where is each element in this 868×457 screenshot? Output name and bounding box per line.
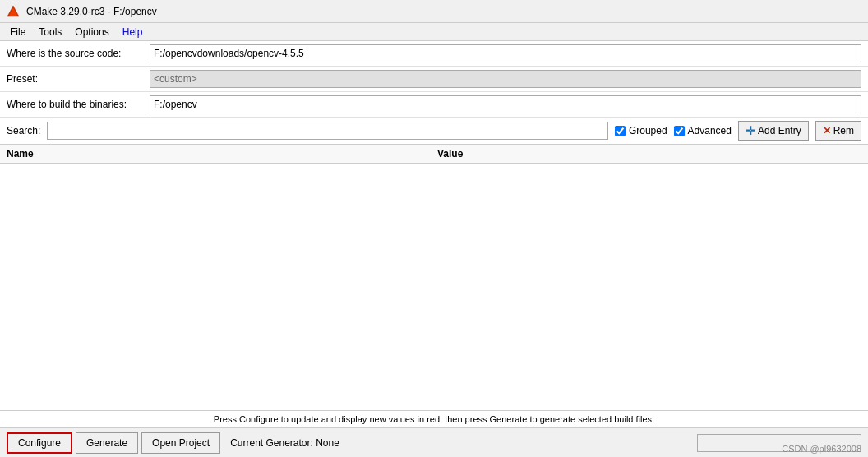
grouped-checkbox-group: Grouped (615, 125, 667, 136)
open-project-label: Open Project (152, 437, 210, 449)
grouped-checkbox[interactable] (615, 126, 626, 136)
menu-help[interactable]: Help (116, 25, 150, 39)
menu-tools[interactable]: Tools (32, 25, 68, 39)
open-project-button[interactable]: Open Project (141, 432, 220, 454)
add-entry-icon: ✛ (746, 124, 755, 137)
table-header: Name Value (0, 145, 868, 164)
preset-row: Preset: (0, 67, 868, 92)
remove-entry-button[interactable]: ✕ Rem (815, 121, 861, 141)
title-bar-text: CMake 3.29.0-rc3 - F:/opencv (26, 6, 157, 17)
build-binaries-input[interactable] (150, 95, 861, 113)
table-header-value: Value (437, 148, 861, 159)
search-label: Search: (7, 125, 40, 136)
advanced-checkbox[interactable] (674, 126, 685, 136)
generate-button[interactable]: Generate (76, 432, 138, 454)
add-entry-button[interactable]: ✛ Add Entry (738, 121, 809, 141)
bottom-bar: Configure Generate Open Project Current … (0, 427, 868, 457)
build-binaries-row: Where to build the binaries: (0, 92, 868, 118)
title-bar: CMake 3.29.0-rc3 - F:/opencv (0, 0, 868, 23)
status-text: Press Configure to update and display ne… (214, 414, 654, 424)
build-binaries-label: Where to build the binaries: (7, 99, 146, 110)
menu-file[interactable]: File (3, 25, 32, 39)
source-code-label: Where is the source code: (7, 48, 146, 59)
cmake-icon (7, 5, 20, 18)
menu-bar: File Tools Options Help (0, 23, 868, 41)
search-row: Search: Grouped Advanced ✛ Add Entry ✕ R… (0, 118, 868, 145)
grouped-label[interactable]: Grouped (629, 125, 667, 136)
generator-text: Current Generator: None (230, 437, 339, 449)
configure-label: Configure (18, 437, 61, 449)
remove-entry-label: Rem (833, 125, 854, 136)
table-body (0, 164, 868, 410)
add-entry-label: Add Entry (758, 125, 801, 136)
configure-button[interactable]: Configure (7, 432, 72, 454)
source-code-input[interactable] (150, 44, 861, 62)
menu-options[interactable]: Options (68, 25, 115, 39)
source-code-row: Where is the source code: (0, 41, 868, 67)
table-header-name: Name (7, 148, 437, 159)
preset-label: Preset: (7, 73, 146, 85)
generate-label: Generate (86, 437, 127, 449)
watermark: CSDN @pl9632008 (782, 444, 861, 454)
remove-entry-icon: ✕ (823, 125, 831, 136)
search-input[interactable] (47, 122, 608, 140)
table-area: Name Value (0, 145, 868, 410)
preset-input (150, 70, 861, 88)
advanced-label[interactable]: Advanced (688, 125, 732, 136)
advanced-checkbox-group: Advanced (674, 125, 732, 136)
status-bar: Press Configure to update and display ne… (0, 410, 868, 427)
main-container: Where is the source code: Preset: Where … (0, 41, 868, 457)
